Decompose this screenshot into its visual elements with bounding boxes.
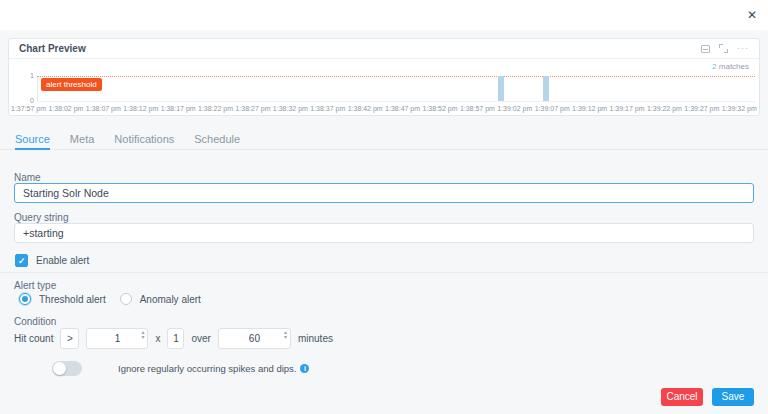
operator-select[interactable]: > <box>60 328 79 349</box>
x-tick-label: 1:39:02 pm <box>497 105 532 112</box>
enable-alert-label: Enable alert <box>36 255 89 266</box>
time-window-input[interactable] <box>218 328 291 349</box>
radio-threshold-alert[interactable]: Threshold alert <box>19 293 106 305</box>
save-button[interactable]: Save <box>712 388 754 406</box>
tab-notifications[interactable]: Notifications <box>114 133 174 150</box>
alert-type-label: Alert type <box>14 280 56 291</box>
match-count: 2 <box>712 62 716 71</box>
x-tick-label: 1:38:57 pm <box>460 105 495 112</box>
ignore-spikes-toggle[interactable] <box>52 361 82 376</box>
condition-row: Hit count > ▴▾ x over ▴▾ minutes <box>0 328 768 349</box>
x-tick-label: 1:39:07 pm <box>535 105 570 112</box>
x-tick-label: 1:39:22 pm <box>647 105 682 112</box>
radio-anomaly-alert[interactable]: Anomaly alert <box>120 293 201 305</box>
x-tick-label: 1:38:42 pm <box>348 105 383 112</box>
tab-schedule[interactable]: Schedule <box>194 133 240 150</box>
y-tick-1: 1 <box>17 72 34 79</box>
expand-chart-icon[interactable] <box>719 44 728 53</box>
x-tick-label: 1:39:27 pm <box>684 105 719 112</box>
section-divider <box>0 272 768 273</box>
x-tick-label: 1:39:32 pm <box>722 105 757 112</box>
match-bar <box>498 76 504 101</box>
chart-plot: 2 matches 1 0 alert threshold 1:37:57 pm… <box>9 59 759 115</box>
x-tick-label: 1:38:17 pm <box>161 105 196 112</box>
x-axis-labels: 1:37:57 pm1:38:02 pm1:38:07 pm1:38:12 pm… <box>11 105 757 112</box>
x-tick-label: 1:38:52 pm <box>422 105 457 112</box>
threshold-count-input[interactable] <box>86 328 148 349</box>
match-count-label: matches <box>719 62 749 71</box>
x-tick-label: 1:38:12 pm <box>123 105 158 112</box>
query-string-label: Query string <box>14 212 68 223</box>
x-tick-label: 1:38:02 pm <box>48 105 83 112</box>
enable-alert-row: Enable alert <box>0 252 768 268</box>
x-tick-label: 1:39:12 pm <box>572 105 607 112</box>
query-string-input[interactable] <box>14 223 754 243</box>
x-tick-label: 1:39:17 pm <box>610 105 645 112</box>
x-tick-label: 1:38:47 pm <box>385 105 420 112</box>
tab-meta[interactable]: Meta <box>70 133 94 150</box>
x-tick-label: 1:38:32 pm <box>273 105 308 112</box>
x-tick-label: 1:38:27 pm <box>235 105 270 112</box>
radio-icon[interactable] <box>19 293 31 305</box>
ignore-spikes-label: Ignore regularly occurring spikes and di… <box>118 363 296 374</box>
hit-count-label: Hit count <box>14 333 53 344</box>
chart-preview-panel: Chart Preview ··· 2 matches 1 0 alert <box>8 38 760 116</box>
y-tick-0: 0 <box>17 97 34 104</box>
name-input[interactable] <box>14 183 754 203</box>
name-label: Name <box>14 172 41 183</box>
times-label: x <box>155 333 160 344</box>
alert-type-options: Threshold alertAnomaly alert <box>0 292 768 306</box>
info-icon[interactable]: i <box>300 364 309 373</box>
more-options-icon[interactable]: ··· <box>737 44 749 53</box>
chart-legend: 2 matches <box>712 62 749 71</box>
alert-editor-modal: ✕ Chart Preview ··· 2 matches 1 0 <box>0 0 768 414</box>
alert-threshold-line <box>37 76 755 77</box>
condition-label: Condition <box>14 316 56 327</box>
y-axis-line <box>37 76 38 102</box>
chart-title: Chart Preview <box>19 43 86 54</box>
tabs: SourceMetaNotificationsSchedule <box>0 133 768 150</box>
over-label: over <box>191 333 210 344</box>
cancel-button[interactable]: Cancel <box>661 388 703 406</box>
minutes-label: minutes <box>298 333 333 344</box>
x-tick-label: 1:38:22 pm <box>198 105 233 112</box>
radio-label: Anomaly alert <box>140 294 201 305</box>
chart-header: Chart Preview ··· <box>9 39 759 59</box>
alert-threshold-badge: alert threshold <box>41 78 102 91</box>
radio-label: Threshold alert <box>39 294 106 305</box>
stepper-icon[interactable]: ▴▾ <box>141 330 144 340</box>
close-icon[interactable]: ✕ <box>747 7 757 23</box>
stepper-icon[interactable]: ▴▾ <box>284 330 287 340</box>
ignore-spikes-row: Ignore regularly occurring spikes and di… <box>0 360 768 376</box>
x-tick-label: 1:38:07 pm <box>86 105 121 112</box>
modal-topbar: ✕ <box>0 0 768 30</box>
multiplier-input[interactable] <box>167 328 184 349</box>
match-bar <box>543 76 549 101</box>
modal-body: Chart Preview ··· 2 matches 1 0 alert <box>0 30 768 414</box>
x-tick-label: 1:37:57 pm <box>11 105 46 112</box>
collapse-chart-icon[interactable] <box>701 45 710 53</box>
x-tick-label: 1:38:37 pm <box>310 105 345 112</box>
radio-icon[interactable] <box>120 293 132 305</box>
x-axis-line <box>37 101 755 102</box>
enable-alert-checkbox[interactable] <box>15 254 28 267</box>
tab-source[interactable]: Source <box>15 133 50 150</box>
